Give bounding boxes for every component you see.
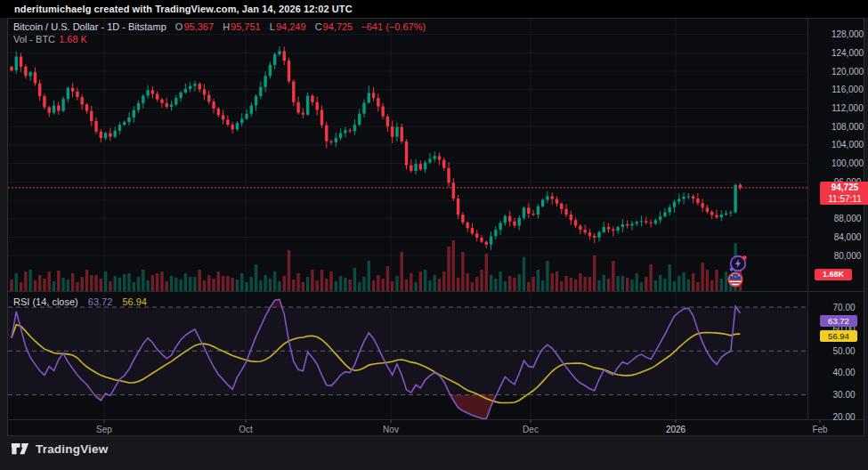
open-label: O [175, 21, 183, 32]
time-axis-label: Nov [369, 425, 412, 434]
tradingview-logo[interactable]: TradingView [11, 442, 108, 456]
volume-value-badge: 1.68K [815, 269, 852, 280]
low-label: L [270, 21, 275, 32]
time-axis[interactable]: SepOctNovDec2026Feb [8, 19, 865, 437]
chart-widget: Bitcoin / U.S. Dollar - 1D - Bitstamp O9… [7, 18, 864, 436]
rsi-ma-value-badge: 56.94 [820, 330, 857, 342]
lightning-event-icon[interactable] [728, 254, 748, 273]
high-value: 95,751 [231, 21, 261, 32]
volume-value: 1.68 K [59, 34, 87, 45]
rsi-title[interactable]: RSI (14, close) [13, 296, 78, 307]
close-value: 94,725 [323, 21, 353, 32]
last-price-value: 94,725 [820, 182, 868, 193]
change-value: −641 (−0.67%) [361, 21, 426, 32]
rsi-value-badge: 63.72 [820, 315, 857, 327]
close-label: C [315, 21, 322, 32]
time-axis-label: 2026 [654, 425, 697, 434]
us-flag-event-icon[interactable] [727, 271, 743, 288]
symbol-title[interactable]: Bitcoin / U.S. Dollar - 1D - Bitstamp [13, 21, 166, 32]
attribution-text: nderitumichaelg created with TradingView… [14, 0, 353, 18]
attribution-bar: nderitumichaelg created with TradingView… [0, 0, 868, 18]
time-axis-label: Dec [509, 425, 552, 434]
tradingview-logo-text: TradingView [36, 442, 108, 456]
open-value: 95,367 [183, 21, 214, 32]
volume-label: Vol - BTC [13, 34, 55, 45]
rsi-value: 63.72 [88, 296, 113, 307]
time-axis-label: Oct [224, 425, 267, 434]
rsi-ma-value: 56.94 [122, 296, 147, 307]
last-price-badge: 94,725 11:57:11 [820, 182, 868, 205]
rsi-header: RSI (14, close) 63.72 56.94 [13, 296, 147, 307]
page: { "attribution": {"text": "nderitumichae… [0, 0, 868, 470]
high-label: H [223, 21, 230, 32]
bar-countdown: 11:57:11 [820, 193, 868, 205]
volume-header: Vol - BTC 1.68 K [13, 34, 87, 45]
time-axis-label: Feb [799, 425, 841, 434]
low-value: 94,249 [276, 21, 306, 32]
time-axis-label: Sep [83, 425, 126, 434]
tradingview-logo-icon [11, 442, 29, 456]
symbol-header: Bitcoin / U.S. Dollar - 1D - Bitstamp O9… [13, 21, 426, 32]
